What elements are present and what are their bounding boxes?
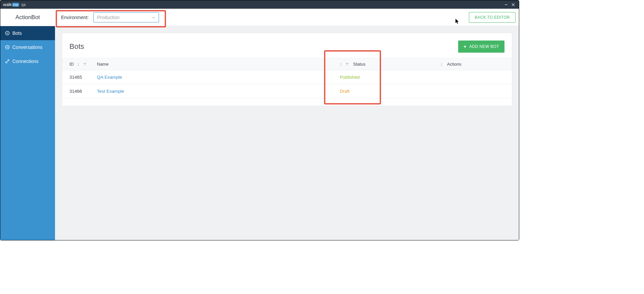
sidebar-item-bots[interactable]: Bots [0,26,55,40]
cell-status: Published [336,70,436,84]
svg-point-4 [7,33,8,34]
sidebar-item-label: Conversations [12,45,43,50]
status-badge: Published [340,75,360,80]
main-area: Bots + ADD NEW BOT ID ▲▼ [55,26,519,240]
content-area: Bots Conversations Connections Bots [0,26,519,240]
column-header-id[interactable]: ID ▲▼ [62,58,93,70]
bots-table: ID ▲▼ Name ▲▼ [62,58,512,98]
titlebar-env: qa [21,2,25,7]
table-header-row: ID ▲▼ Name ▲▼ [62,58,512,70]
add-new-bot-label: ADD NEW BOT [469,44,499,49]
sidebar-item-connections[interactable]: Connections [0,54,55,68]
brand-text-me: me [12,3,19,7]
sidebar-item-conversations[interactable]: Conversations [0,40,55,54]
back-to-editor-button[interactable]: BACK TO EDITOR [469,12,516,23]
brand-text-walk: walk [3,2,12,7]
environment-label: Environment: [61,15,89,20]
bot-name-link[interactable]: Test Example [97,89,124,94]
app-name-area: ActionBot [0,9,55,26]
column-header-status[interactable]: ▲▼ Status [336,58,436,70]
minimize-icon [504,3,508,6]
column-header-name-label: Name [97,62,109,67]
plus-icon: + [464,44,467,49]
add-new-bot-button[interactable]: + ADD NEW BOT [458,41,504,53]
environment-select[interactable]: Production [93,12,159,22]
table-row: 31465QA ExamplePublished [62,70,512,84]
cell-name: Test Example [93,84,336,98]
panel-header: Bots + ADD NEW BOT [62,41,512,53]
sort-icon: ▲▼ [77,63,79,67]
app-name: ActionBot [15,14,40,21]
column-header-name[interactable]: Name [93,58,336,70]
sort-icon: ▲▼ [440,63,443,67]
status-badge: Draft [340,89,350,94]
bots-panel: Bots + ADD NEW BOT ID ▲▼ [62,33,512,106]
cell-id: 31466 [62,84,93,98]
bots-icon [5,31,10,35]
close-icon [512,3,515,6]
sidebar-item-label: Bots [12,30,22,36]
sort-icon: ▲▼ [340,63,342,67]
topbar: ActionBot Environment: Production BACK T… [0,9,519,26]
column-header-status-label: Status [353,62,366,67]
environment-area: Environment: Production [55,9,159,26]
column-header-id-label: ID [69,62,74,67]
minimize-button[interactable] [503,2,509,8]
conversations-icon [5,45,10,50]
column-header-actions-label: Actions [447,62,462,67]
sidebar: Bots Conversations Connections [0,26,55,240]
close-button[interactable] [510,2,516,8]
table-row: 31466Test ExampleDraft [62,84,512,98]
cell-actions [436,70,512,84]
titlebar: walkme qa [0,0,519,9]
cell-name: QA Example [93,70,336,84]
filter-icon[interactable] [345,63,350,67]
column-header-actions[interactable]: ▲▼ Actions [436,58,512,70]
app-window: walkme qa ActionBot Environment: Product… [0,0,519,240]
environment-select-value: Production [97,15,119,20]
sidebar-item-label: Connections [12,59,39,64]
connections-icon [5,59,10,64]
cell-id: 31465 [62,70,93,84]
cell-actions [436,84,512,98]
chevron-down-icon [152,15,155,19]
cell-status: Draft [336,84,436,98]
page-title: Bots [69,42,84,51]
filter-icon[interactable] [83,63,87,67]
bot-name-link[interactable]: QA Example [97,75,122,80]
brand-logo: walkme [3,2,19,7]
